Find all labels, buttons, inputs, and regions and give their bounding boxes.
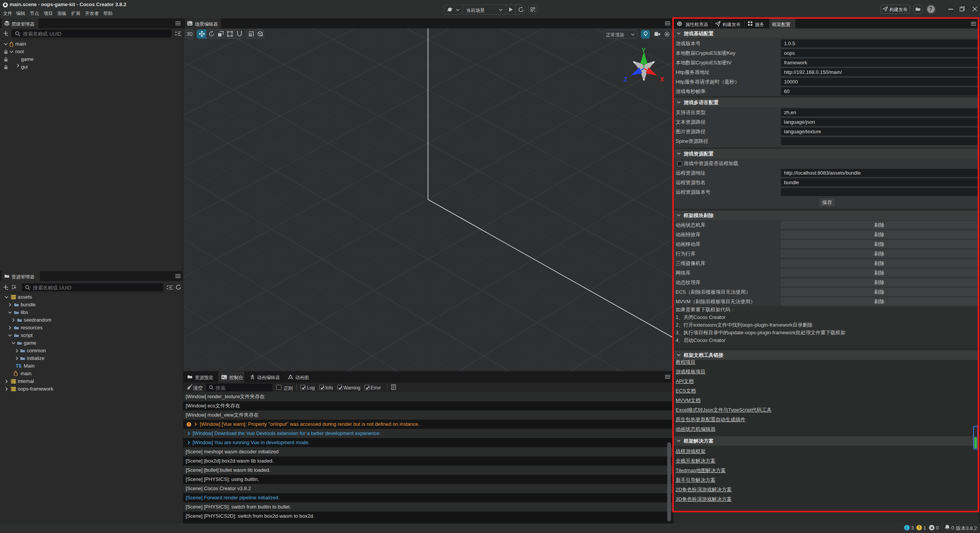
svg-text:Z: Z bbox=[624, 76, 627, 83]
svg-text:Y: Y bbox=[642, 47, 646, 54]
svg-text:X: X bbox=[660, 76, 664, 83]
